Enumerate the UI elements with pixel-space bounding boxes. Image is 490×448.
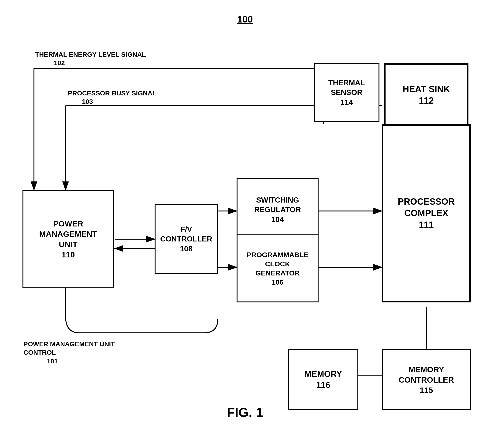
memory-number: 116 [316, 380, 330, 391]
fig-label: FIG. 1 [227, 405, 263, 420]
pmu-label: POWER [53, 218, 83, 229]
programmable-clock-number: 106 [272, 278, 283, 287]
pmu-box: POWER MANAGEMENT UNIT 110 [23, 190, 114, 288]
thermal-energy-signal-label: THERMAL ENERGY LEVEL SIGNAL 102 [35, 50, 166, 68]
memory-controller-label: MEMORY [409, 364, 444, 375]
memory-controller-number: 115 [420, 385, 433, 395]
memory-controller-box: MEMORY CONTROLLER 115 [382, 349, 471, 410]
processor-busy-signal-label: PROCESSOR BUSY SIGNAL 103 [68, 89, 185, 106]
figure-number: 100 [237, 14, 253, 25]
processor-complex-box: PROCESSOR COMPLEX 111 [382, 124, 471, 302]
thermal-sensor-label: THERMAL [328, 78, 365, 88]
diagram-container: 100 FIG. 1 [0, 0, 490, 448]
processor-complex-number: 111 [419, 219, 434, 231]
fv-controller-label: F/V [180, 224, 192, 234]
programmable-clock-label: PROGRAMMABLE [247, 250, 308, 259]
switching-regulator-label: SWITCHING [256, 195, 299, 205]
heat-sink-label: HEAT SINK [403, 83, 450, 95]
thermal-sensor-number: 114 [340, 98, 353, 107]
processor-complex-label: PROCESSOR [398, 196, 455, 207]
heat-sink-number: 112 [419, 95, 434, 107]
heat-sink-box: HEAT SINK 112 [384, 63, 468, 127]
fv-controller-box: F/V CONTROLLER 108 [155, 204, 218, 274]
thermal-sensor-box: THERMAL SENSOR 114 [314, 63, 379, 122]
fv-controller-number: 108 [180, 244, 192, 254]
memory-box: MEMORY 116 [288, 349, 358, 410]
programmable-clock-box: PROGRAMMABLE CLOCK GENERATOR 106 [236, 234, 319, 302]
memory-label: MEMORY [305, 369, 342, 380]
switching-regulator-number: 104 [271, 215, 284, 224]
switching-regulator-box: SWITCHING REGULATOR 104 [236, 178, 319, 242]
pmu-control-label: POWER MANAGEMENT UNIT CONTROL 101 [23, 340, 140, 366]
pmu-number: 110 [61, 250, 75, 260]
